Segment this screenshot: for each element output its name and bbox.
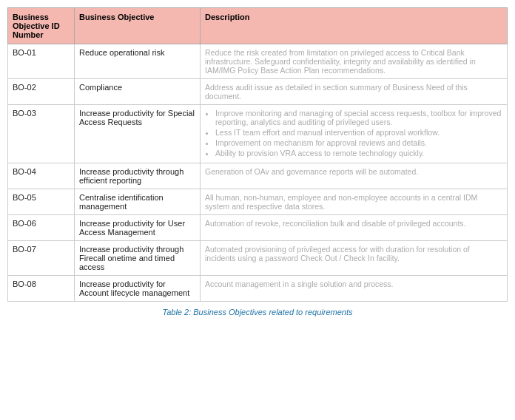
cell-id: BO-03 — [8, 105, 75, 163]
list-item: Improve monitoring and managing of speci… — [215, 109, 502, 126]
cell-description: Automated provisioning of privileged acc… — [201, 241, 508, 276]
cell-description: Generation of OAv and governance reports… — [201, 163, 508, 189]
cell-objective: Increase productivity through Firecall o… — [75, 241, 201, 276]
cell-description: Address audit issue as detailed in secti… — [201, 79, 508, 105]
cell-id: BO-07 — [8, 241, 75, 276]
col-header-description: Description — [201, 8, 508, 44]
cell-objective: Increase productivity for User Access Ma… — [75, 215, 201, 241]
col-header-id: Business Objective ID Number — [8, 8, 75, 44]
cell-objective: Increase productivity for Special Access… — [75, 105, 201, 163]
list-item: Improvement on mechanism for approval re… — [215, 138, 502, 147]
cell-objective: Compliance — [75, 79, 201, 105]
table-row: BO-06Increase productivity for User Acce… — [8, 215, 508, 241]
list-item: Less IT team effort and manual intervent… — [215, 128, 502, 137]
cell-description: Improve monitoring and managing of speci… — [201, 105, 508, 163]
cell-description: All human, non-human, employee and non-e… — [201, 189, 508, 215]
table-caption: Table 2: Business Objectives related to … — [7, 308, 508, 316]
table-row: BO-01Reduce operational riskReduce the r… — [8, 44, 508, 79]
cell-objective: Increase productivity through efficient … — [75, 163, 201, 189]
business-objectives-table: Business Objective ID Number Business Ob… — [7, 7, 508, 302]
table-row: BO-04Increase productivity through effic… — [8, 163, 508, 189]
cell-objective: Increase productivity for Account lifecy… — [75, 276, 201, 302]
table-row: BO-07Increase productivity through Firec… — [8, 241, 508, 276]
table-row: BO-02ComplianceAddress audit issue as de… — [8, 79, 508, 105]
table-wrapper: Business Objective ID Number Business Ob… — [0, 0, 515, 331]
table-row: BO-05Centralise identification managemen… — [8, 189, 508, 215]
cell-id: BO-08 — [8, 276, 75, 302]
list-item: Ability to provision VRA access to remot… — [215, 149, 502, 158]
cell-id: BO-02 — [8, 79, 75, 105]
col-header-objective: Business Objective — [75, 8, 201, 44]
cell-objective: Reduce operational risk — [75, 44, 201, 79]
cell-description: Account management in a single solution … — [201, 276, 508, 302]
cell-description: Automation of revoke, reconciliation bul… — [201, 215, 508, 241]
cell-objective: Centralise identification management — [75, 189, 201, 215]
cell-id: BO-01 — [8, 44, 75, 79]
cell-id: BO-04 — [8, 163, 75, 189]
cell-id: BO-06 — [8, 215, 75, 241]
table-row: BO-08Increase productivity for Account l… — [8, 276, 508, 302]
table-row: BO-03Increase productivity for Special A… — [8, 105, 508, 163]
cell-description: Reduce the risk created from limitation … — [201, 44, 508, 79]
cell-id: BO-05 — [8, 189, 75, 215]
